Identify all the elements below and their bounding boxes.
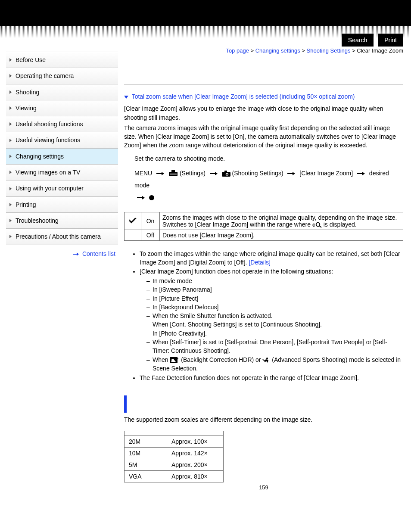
svg-rect-4: [224, 171, 227, 172]
note-subitem: In [Background Defocus]: [146, 303, 403, 311]
svg-rect-1: [171, 170, 175, 172]
zoom-size: 5M: [125, 459, 167, 470]
zoom-th-size: [125, 431, 167, 436]
clear-image-zoom-label: [Clear Image Zoom]: [299, 170, 353, 177]
note-subitem: In movie mode: [146, 277, 403, 285]
contents-list-link[interactable]: Contents list: [82, 250, 115, 257]
option-off-desc: Does not use [Clear Image Zoom].: [160, 230, 403, 241]
breadcrumb-l1[interactable]: Changing settings: [255, 47, 300, 54]
shooting-settings-label: (Shooting Settings): [232, 170, 283, 177]
anchor-total-zoom[interactable]: Total zoom scale when [Clear Image Zoom]…: [132, 93, 355, 100]
sidebar-item-label: Viewing images on a TV: [16, 169, 80, 176]
intro-p2: The camera zooms images with the origina…: [124, 124, 403, 150]
breadcrumb: Top page > Changing settings > Shooting …: [124, 47, 403, 54]
note-subitem: When + (Backlight Correction HDR) or (Ad…: [146, 355, 403, 373]
note-subitem: When [Self-Timer] is set to [Self-portra…: [146, 338, 403, 355]
sidebar-item-label: Changing settings: [16, 153, 64, 160]
breadcrumb-top[interactable]: Top page: [226, 47, 249, 54]
print-button[interactable]: Print: [378, 34, 403, 47]
check-cell: [125, 212, 141, 230]
sidebar-item-changing-settings[interactable]: Changing settings: [6, 149, 118, 165]
zoom-scale: Approx. 200×: [167, 459, 224, 470]
center-button-icon: [149, 195, 154, 200]
steps: Set the camera to shooting mode. MENU (S…: [134, 154, 403, 203]
option-table: On Zooms the images with close to the or…: [124, 212, 403, 241]
svg-rect-2: [170, 174, 177, 174]
menu-path: MENU (Settings) (Shooting Settings) [Cle…: [134, 167, 403, 203]
breadcrumb-l2[interactable]: Shooting Settings: [307, 47, 351, 54]
toolbox-settings-icon: [168, 170, 178, 177]
option-on-desc-line: Zooms the images with close to the origi…: [162, 214, 397, 221]
note-item: To zoom the images within the range wher…: [140, 249, 403, 267]
sidebar-item-troubleshooting[interactable]: Troubleshooting: [6, 213, 118, 229]
arrow-right-icon: [137, 196, 145, 199]
svg-point-8: [316, 223, 320, 226]
option-on-desc: Zooms the images with close to the origi…: [160, 212, 403, 230]
sidebar-item-viewing[interactable]: Viewing: [6, 100, 118, 116]
cq-zoom-icon: c: [312, 222, 322, 228]
sidebar-item-label: Printing: [16, 201, 36, 208]
arrow-right-icon: [357, 172, 365, 175]
sidebar-item-label: Before Use: [16, 56, 46, 63]
sidebar-item-printing[interactable]: Printing: [6, 197, 118, 213]
zoom-size: 10M: [125, 447, 167, 459]
option-off-label: Off: [141, 230, 160, 241]
sidebar-item-before-use[interactable]: Before Use: [6, 52, 118, 68]
header-band: Search Print: [0, 0, 411, 26]
check-icon: [129, 217, 137, 224]
breadcrumb-sep: >: [300, 47, 307, 54]
sidebar: Before Use Operating the camera Shooting…: [0, 47, 121, 508]
svg-line-9: [319, 226, 321, 227]
main-content: Top page > Changing settings > Shooting …: [121, 47, 411, 508]
svg-text:+: +: [176, 357, 178, 361]
note-item: The Face Detection function does not ope…: [140, 373, 403, 382]
search-button[interactable]: Search: [342, 34, 374, 47]
note-subitem: When the Smile Shutter function is activ…: [146, 311, 403, 320]
sidebar-item-label: Troubleshooting: [16, 217, 59, 224]
breadcrumb-sep: >: [351, 47, 357, 54]
sidebar-item-shooting[interactable]: Shooting: [6, 84, 118, 100]
sidebar-item-label: Useful viewing functions: [16, 137, 80, 143]
step-1: Set the camera to shooting mode.: [134, 154, 403, 163]
note-text: When: [153, 356, 170, 363]
anchor-triangle-icon: [124, 96, 128, 99]
zoom-size: 20M: [125, 436, 167, 447]
note-subitem: In [Photo Creativity].: [146, 329, 403, 338]
zoom-scale: Approx. 100×: [167, 436, 224, 447]
zoom-lead: The supported zoom scales are different …: [124, 415, 403, 424]
note-item: [Clear Image Zoom] function does not ope…: [140, 267, 403, 373]
sidebar-item-label: Operating the camera: [16, 72, 74, 79]
sports-icon: [262, 357, 270, 363]
section-heading-bar: [124, 395, 127, 413]
note-text: (Backlight Correction HDR) or: [181, 356, 262, 363]
sidebar-item-viewing-tv[interactable]: Viewing images on a TV: [6, 165, 118, 180]
svg-point-6: [226, 174, 228, 175]
sidebar-item-label: Shooting: [16, 89, 39, 96]
sidebar-item-label: Using with your computer: [16, 185, 84, 192]
settings-label: (Settings): [180, 170, 206, 177]
sidebar-item-useful-shooting[interactable]: Useful shooting functions: [6, 116, 118, 132]
details-link[interactable]: [Details]: [249, 259, 271, 266]
arrow-right-icon: [210, 172, 218, 175]
breadcrumb-sep: >: [249, 47, 255, 54]
arrow-right-icon: [156, 172, 164, 175]
zoom-scale: Approx. 142×: [167, 447, 224, 459]
arrow-right-icon: [73, 252, 79, 256]
page-number: 159: [124, 484, 403, 491]
sidebar-item-label: Useful shooting functions: [16, 121, 83, 128]
note-subitem: When [Cont. Shooting Settings] is set to…: [146, 320, 403, 329]
sidebar-item-useful-viewing[interactable]: Useful viewing functions: [6, 132, 118, 148]
menu-label: MENU: [134, 170, 152, 177]
sidebar-item-operating[interactable]: Operating the camera: [6, 68, 118, 84]
zoom-scale: Approx. 810×: [167, 470, 224, 482]
breadcrumb-current: Clear Image Zoom: [357, 47, 403, 54]
sidebar-item-precautions[interactable]: Precautions / About this camera: [6, 229, 118, 245]
option-on-desc-line: is displayed.: [324, 221, 357, 228]
svg-text:c: c: [312, 222, 315, 228]
note-text: [Clear Image Zoom] function does not ope…: [140, 268, 333, 275]
sidebar-list: Before Use Operating the camera Shooting…: [6, 52, 118, 245]
sidebar-item-computer[interactable]: Using with your computer: [6, 180, 118, 196]
option-on-desc-line: Switches to [Clear Image Zoom] within th…: [162, 221, 312, 228]
svg-point-13: [266, 358, 268, 359]
note-subitem: In [Picture Effect]: [146, 294, 403, 303]
